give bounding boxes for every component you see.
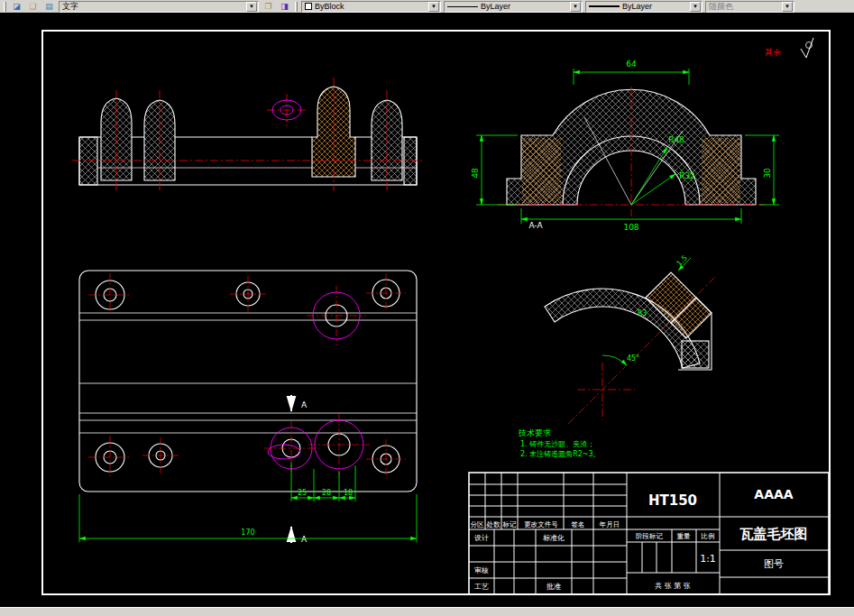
cad-drawing: 64 108 48 30 R32 R48 A-A A A (0, 13, 854, 607)
layer-properties-icon[interactable]: ❐ (262, 1, 275, 12)
layer-previous-icon[interactable]: ◨ (278, 1, 291, 12)
standard-label: 标准化 (543, 534, 565, 542)
toolbar-grip[interactable] (295, 2, 298, 12)
dim-arch-right-height: 30 (763, 168, 772, 179)
text-style-manager-icon[interactable]: ◪ (10, 1, 23, 12)
dim-detail-thickness: 1.5 (675, 254, 689, 268)
rev-header-3: 更改文件号 (524, 520, 558, 529)
audit-label: 审核 (474, 566, 489, 575)
plan-view-centerlines (88, 273, 406, 479)
lineweight-value: ByLayer (622, 2, 652, 11)
surface-note-text: 其余 (765, 48, 781, 57)
color-swatch-icon (305, 3, 312, 10)
weight-label: 重量 (677, 532, 692, 540)
process-label: 工艺 (474, 583, 489, 591)
title-block-text: 分区 处数 标记 更改文件号 签名 年月日 设计 标准化 审核 工艺 批准 阶段… (471, 487, 808, 591)
plan-view-phantom-circles (268, 292, 363, 469)
company-name: AAAA (754, 487, 794, 501)
design-label: 设计 (474, 534, 489, 542)
dim-plan-b: 28 (322, 489, 331, 497)
plot-style-value: 随颜色 (709, 1, 733, 13)
approve-label: 批准 (546, 583, 561, 591)
linetype-sample-icon (447, 6, 478, 7)
linetype-value: ByLayer (481, 2, 510, 11)
chevron-down-icon[interactable]: ▼ (428, 2, 439, 12)
scale-label: 比例 (702, 532, 715, 540)
sheet-count-label: 共 张 第 张 (655, 582, 691, 590)
model-space-canvas[interactable]: 64 108 48 30 R32 R48 A-A A A (0, 13, 854, 607)
text-style-value: 文字 (62, 1, 78, 13)
linetype-control-combo[interactable]: ByLayer ▼ (444, 1, 583, 13)
material-value: HT150 (648, 492, 697, 509)
rev-header-5: 年月日 (599, 520, 620, 529)
stage-mark-label: 阶段标记 (636, 532, 664, 540)
color-value: ByBlock (315, 2, 344, 11)
drawing-title: 瓦盖毛坯图 (739, 526, 808, 542)
dim-arch-top-width: 64 (626, 60, 637, 69)
section-view-label: A-A (528, 221, 543, 230)
dim-detail-angle: 45° (627, 354, 639, 363)
color-control-combo[interactable]: ByBlock ▼ (301, 1, 441, 13)
drawing-number-label: 图号 (764, 558, 784, 570)
dim-arch-r1: R32 (679, 171, 695, 180)
dim-style-manager-icon[interactable]: ❏ (26, 1, 40, 12)
lineweight-control-combo[interactable]: ByLayer ▼ (585, 1, 702, 13)
table-style-icon[interactable]: ▤ (42, 1, 56, 12)
chevron-down-icon[interactable]: ▼ (570, 2, 581, 12)
dim-plan-c: 18 (344, 489, 353, 497)
status-strip (0, 607, 854, 616)
surface-finish-note: 其余 (765, 38, 813, 58)
rev-header-4: 签名 (572, 520, 585, 529)
dim-arch-r2: R48 (668, 135, 684, 144)
plan-view (79, 271, 417, 492)
section-cut-label-top: A (301, 400, 308, 409)
lineweight-sample-icon (589, 5, 620, 7)
front-section-view (79, 87, 417, 185)
top-toolbar: ◪ ❏ ▤ 文字 ▼ ❐ ◨ ByBlock ▼ ByLayer ▼ ByLay… (0, 0, 854, 13)
tech-req-line-1: 1. 铸件无沙眼、夹渣； (520, 440, 594, 448)
toolbar-grip[interactable] (4, 2, 6, 12)
plan-view-dim-text: 25 28 18 170 (241, 489, 353, 537)
dim-arch-bottom-width: 108 (623, 223, 638, 232)
rev-header-1: 处数 (486, 520, 501, 529)
chevron-down-icon[interactable]: ▼ (782, 2, 793, 12)
section-cut-label-bottom: A (301, 535, 308, 544)
dim-plan-a: 25 (298, 489, 307, 497)
plot-style-combo[interactable]: 随颜色 ▼ (705, 1, 794, 13)
chevron-down-icon[interactable]: ▼ (246, 2, 257, 12)
dim-arch-left-height: 48 (471, 168, 480, 179)
text-style-combo[interactable]: 文字 ▼ (59, 1, 259, 13)
technical-notes: 技术要求 1. 铸件无沙眼、夹渣； 2. 未注铸造圆角R2~3。 (518, 428, 601, 458)
rev-header-2: 标记 (502, 520, 518, 529)
scale-value: 1:1 (700, 553, 716, 565)
dim-detail-radius: R3 (638, 309, 647, 317)
chevron-down-icon[interactable]: ▼ (690, 2, 701, 12)
tech-req-line-2: 2. 未注铸造圆角R2~3。 (520, 450, 601, 458)
dim-plan-overall: 170 (241, 529, 254, 537)
rev-header-0: 分区 (471, 520, 485, 529)
tech-req-title: 技术要求 (518, 428, 551, 437)
